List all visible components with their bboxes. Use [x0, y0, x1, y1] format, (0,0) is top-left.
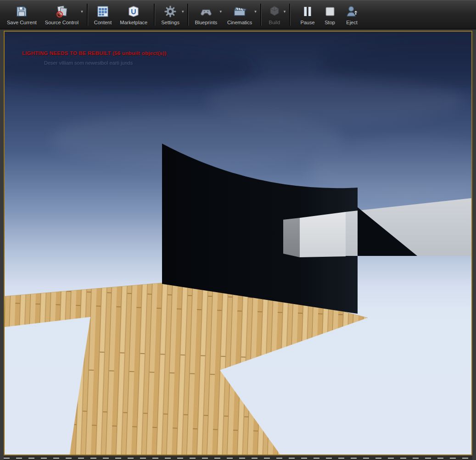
eject-label: Eject — [346, 20, 357, 25]
build-button: Build — [263, 2, 286, 28]
save-current-label: Save Current — [7, 20, 37, 25]
eject-button[interactable]: Eject — [341, 2, 363, 28]
faded-debug-message: Deser villiam som newestbol earti junds — [44, 60, 133, 66]
build-icon — [268, 5, 281, 18]
build-label: Build — [269, 20, 280, 25]
marketplace-button[interactable]: Marketplace — [116, 2, 151, 28]
blueprints-button[interactable]: Blueprints — [190, 2, 221, 28]
settings-gear-icon — [163, 5, 177, 18]
stop-label: Stop — [325, 20, 335, 25]
settings-label: Settings — [161, 20, 179, 25]
eject-icon — [345, 5, 359, 18]
content-label: Content — [94, 20, 112, 25]
content-browser-icon — [96, 5, 110, 18]
toolbar-separator — [289, 4, 290, 26]
toolbar-separator — [260, 4, 261, 26]
marketplace-icon — [127, 5, 140, 18]
settings-button[interactable]: Settings — [157, 2, 184, 28]
blueprints-dropdown-caret[interactable]: ▾ — [218, 9, 223, 15]
cinematics-dropdown-caret[interactable]: ▾ — [253, 9, 258, 15]
scene-3d — [5, 32, 471, 454]
source-control-dropdown-caret[interactable]: ▾ — [80, 9, 84, 15]
stop-button[interactable]: Stop — [319, 2, 341, 28]
stop-icon — [323, 5, 337, 18]
marketplace-label: Marketplace — [120, 20, 147, 25]
toolbar-separator — [154, 4, 155, 26]
pause-button[interactable]: Pause — [296, 2, 319, 28]
cinematics-icon — [233, 5, 246, 18]
source-control-button[interactable]: Source Control — [41, 2, 83, 28]
main-toolbar: Save Current Source Control ▾ Content Ma… — [0, 0, 476, 29]
dashed-border — [4, 458, 472, 459]
save-current-button[interactable]: Save Current — [3, 2, 41, 28]
toolbar-separator — [187, 4, 188, 26]
build-dropdown-caret[interactable]: ▾ — [283, 9, 287, 15]
pie-viewport[interactable]: LIGHTING NEEDS TO BE REBUILT (56 unbuilt… — [4, 31, 472, 455]
source-control-icon — [55, 5, 69, 18]
content-button[interactable]: Content — [90, 2, 116, 28]
settings-dropdown-caret[interactable]: ▾ — [181, 9, 185, 15]
pause-label: Pause — [300, 20, 314, 25]
cinematics-label: Cinematics — [227, 20, 252, 25]
blueprints-icon — [199, 5, 213, 18]
toolbar-separator — [87, 4, 88, 26]
bottom-strip — [4, 456, 472, 460]
cinematics-button[interactable]: Cinematics — [223, 2, 256, 28]
save-icon — [15, 5, 28, 18]
lighting-rebuild-warning: LIGHTING NEEDS TO BE REBUILT (56 unbuilt… — [22, 50, 167, 56]
source-control-label: Source Control — [45, 20, 78, 25]
blueprints-label: Blueprints — [195, 20, 217, 25]
white-box — [283, 212, 346, 257]
pause-icon — [301, 5, 314, 18]
